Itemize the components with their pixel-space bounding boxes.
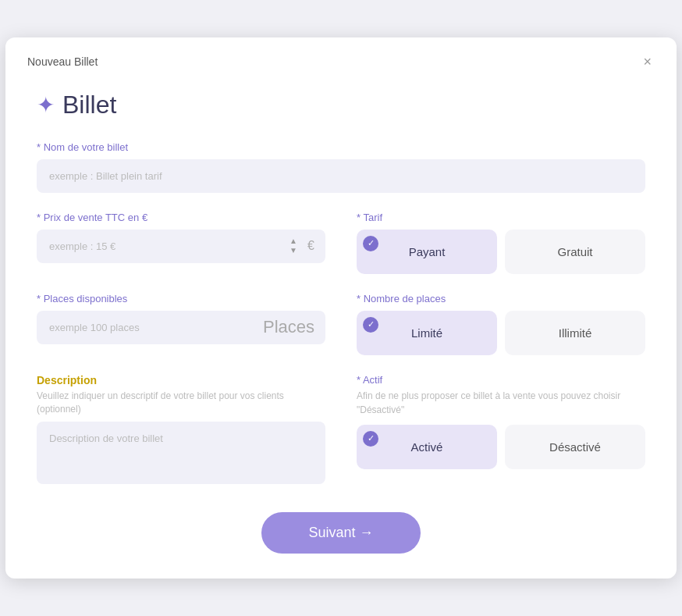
modal-body: ✦ Billet * Nom de votre billet * Prix de… bbox=[5, 83, 677, 579]
tarif-payant-button[interactable]: ✓ Payant bbox=[357, 230, 497, 274]
prix-tarif-row: * Prix de vente TTC en € ▲ ▼ € * Tarif bbox=[37, 212, 645, 274]
price-down-arrow[interactable]: ▼ bbox=[289, 246, 297, 255]
description-input[interactable] bbox=[37, 422, 325, 484]
actif-label: * Actif bbox=[357, 374, 645, 386]
actif-field-group: * Actif Afin de ne plus proposer ce bill… bbox=[357, 374, 645, 488]
actif-desactive-button[interactable]: Désactivé bbox=[505, 425, 645, 469]
prix-label: * Prix de vente TTC en € bbox=[37, 212, 325, 223]
actif-active-button[interactable]: ✓ Activé bbox=[357, 425, 497, 469]
tarif-gratuit-button[interactable]: Gratuit bbox=[505, 230, 645, 274]
description-actif-row: Description Veuillez indiquer un descrip… bbox=[37, 374, 645, 488]
tarif-label: * Tarif bbox=[357, 212, 645, 223]
prix-input[interactable] bbox=[37, 230, 325, 263]
tarif-payant-label: Payant bbox=[409, 245, 446, 258]
prix-input-wrapper: ▲ ▼ € bbox=[37, 230, 325, 263]
prix-field-group: * Prix de vente TTC en € ▲ ▼ € bbox=[37, 212, 325, 274]
description-hint: Veuillez indiquer un descriptif de votre… bbox=[37, 390, 325, 416]
page-title-row: ✦ Billet bbox=[37, 91, 645, 119]
limite-check-icon: ✓ bbox=[363, 317, 378, 333]
actif-hint: Afin de ne plus proposer ce billet à la … bbox=[357, 389, 645, 417]
nombre-illimite-label: Illimité bbox=[559, 326, 592, 340]
nombre-places-buttons: ✓ Limité Illimité bbox=[357, 311, 645, 355]
places-suffix: Places bbox=[263, 317, 314, 337]
actif-active-label: Activé bbox=[411, 440, 443, 454]
nombre-illimite-button[interactable]: Illimité bbox=[505, 311, 645, 355]
footer-row: Suivant → bbox=[37, 512, 645, 554]
suivant-button[interactable]: Suivant → bbox=[261, 512, 420, 554]
page-title: Billet bbox=[62, 91, 116, 119]
description-field-group: Description Veuillez indiquer un descrip… bbox=[37, 374, 325, 488]
nombre-limite-label: Limité bbox=[411, 326, 442, 340]
tarif-buttons: ✓ Payant Gratuit bbox=[357, 230, 645, 274]
modal-title: Nouveau Billet bbox=[27, 55, 98, 68]
price-up-arrow[interactable]: ▲ bbox=[289, 237, 297, 246]
modal: Nouveau Billet × ✦ Billet * Nom de votre… bbox=[5, 37, 677, 579]
tarif-field-group: * Tarif ✓ Payant Gratuit bbox=[357, 212, 645, 274]
places-input-wrapper: Places bbox=[37, 311, 325, 344]
payant-check-icon: ✓ bbox=[363, 236, 378, 251]
nom-label: * Nom de votre billet bbox=[37, 141, 645, 153]
wand-icon: ✦ bbox=[37, 92, 55, 118]
description-label: Description bbox=[37, 374, 325, 386]
actif-desactive-label: Désactivé bbox=[549, 440, 601, 454]
nombre-places-field-group: * Nombre de places ✓ Limité Illimité bbox=[357, 293, 645, 355]
modal-overlay: Nouveau Billet × ✦ Billet * Nom de votre… bbox=[0, 0, 682, 616]
nombre-limite-button[interactable]: ✓ Limité bbox=[357, 311, 497, 355]
euro-symbol: € bbox=[307, 239, 314, 253]
active-check-icon: ✓ bbox=[363, 431, 378, 447]
places-label: * Places disponibles bbox=[37, 293, 325, 304]
price-stepper[interactable]: ▲ ▼ bbox=[289, 237, 297, 255]
places-nombre-row: * Places disponibles Places * Nombre de … bbox=[37, 293, 645, 355]
modal-header: Nouveau Billet × bbox=[5, 37, 677, 83]
actif-buttons: ✓ Activé Désactivé bbox=[357, 425, 645, 469]
close-button[interactable]: × bbox=[640, 52, 655, 72]
nom-input[interactable] bbox=[37, 159, 645, 193]
nom-field-group: * Nom de votre billet bbox=[37, 141, 645, 193]
tarif-gratuit-label: Gratuit bbox=[557, 245, 592, 258]
places-field-group: * Places disponibles Places bbox=[37, 293, 325, 355]
nombre-places-label: * Nombre de places bbox=[357, 293, 645, 304]
